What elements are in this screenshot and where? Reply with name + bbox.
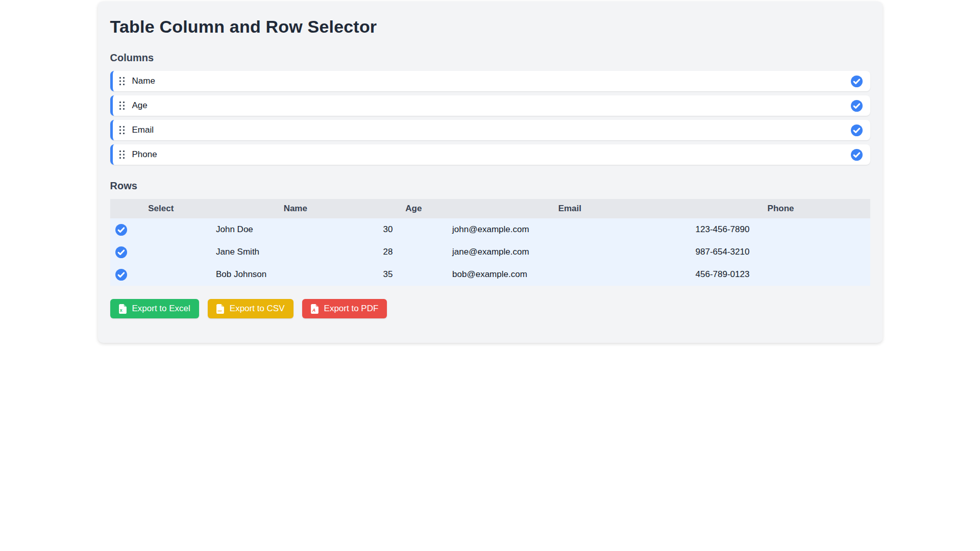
svg-text:csv: csv: [217, 310, 222, 312]
page-title: Table Column and Row Selector: [110, 17, 870, 37]
column-header-age: Age: [379, 199, 448, 218]
cell-phone: 987-654-3210: [692, 241, 870, 263]
column-list: Name Age Email: [110, 71, 870, 165]
column-item-label: Phone: [132, 149, 157, 160]
cell-age: 35: [379, 263, 448, 286]
table-header-row: Select Name Age Email Phone: [110, 199, 870, 218]
row-selected-icon[interactable]: [115, 269, 127, 281]
pdf-file-icon: A: [311, 304, 318, 314]
cell-phone: 456-789-0123: [692, 263, 870, 286]
column-item-label: Email: [132, 125, 154, 135]
cell-email: bob@example.com: [448, 263, 691, 286]
column-item-email[interactable]: Email: [110, 120, 870, 140]
table-row[interactable]: John Doe 30 john@example.com 123-456-789…: [110, 218, 870, 241]
export-pdf-button[interactable]: A Export to PDF: [302, 299, 387, 318]
check-circle-icon[interactable]: [851, 124, 863, 136]
cell-email: john@example.com: [448, 218, 691, 241]
rows-table: Select Name Age Email Phone John Doe 30 …: [110, 199, 870, 286]
table-row[interactable]: Jane Smith 28 jane@example.com 987-654-3…: [110, 241, 870, 263]
column-item-name[interactable]: Name: [110, 71, 870, 91]
export-actions: x Export to Excel csv Export to CSV A: [110, 299, 870, 318]
export-pdf-label: Export to PDF: [324, 304, 379, 314]
drag-handle-icon[interactable]: [119, 151, 125, 159]
drag-handle-icon[interactable]: [119, 77, 125, 85]
row-selected-icon[interactable]: [115, 246, 127, 258]
column-item-label: Age: [132, 101, 148, 111]
check-circle-icon[interactable]: [851, 76, 863, 87]
cell-name: John Doe: [212, 218, 379, 241]
cell-name: Jane Smith: [212, 241, 379, 263]
cell-age: 30: [379, 218, 448, 241]
svg-text:A: A: [311, 308, 315, 313]
row-select-cell: [110, 263, 212, 286]
column-header-email: Email: [448, 199, 691, 218]
row-select-cell: [110, 218, 212, 241]
svg-text:x: x: [119, 308, 122, 313]
drag-handle-icon[interactable]: [119, 102, 125, 110]
table-selector-card: Table Column and Row Selector Columns Na…: [98, 2, 883, 343]
row-selected-icon[interactable]: [115, 224, 127, 236]
column-header-select: Select: [110, 199, 212, 218]
check-circle-icon[interactable]: [851, 100, 863, 112]
export-csv-button[interactable]: csv Export to CSV: [208, 299, 293, 318]
column-header-name: Name: [212, 199, 379, 218]
export-excel-button[interactable]: x Export to Excel: [110, 299, 199, 318]
excel-file-icon: x: [119, 304, 127, 314]
export-csv-label: Export to CSV: [230, 304, 285, 314]
drag-handle-icon[interactable]: [119, 126, 125, 134]
cell-name: Bob Johnson: [212, 263, 379, 286]
cell-email: jane@example.com: [448, 241, 691, 263]
csv-file-icon: csv: [216, 304, 224, 314]
column-header-phone: Phone: [692, 199, 870, 218]
check-circle-icon[interactable]: [851, 149, 863, 161]
column-item-label: Name: [132, 76, 155, 86]
export-excel-label: Export to Excel: [132, 304, 190, 314]
cell-age: 28: [379, 241, 448, 263]
table-row[interactable]: Bob Johnson 35 bob@example.com 456-789-0…: [110, 263, 870, 286]
column-item-age[interactable]: Age: [110, 95, 870, 116]
cell-phone: 123-456-7890: [692, 218, 870, 241]
rows-section-heading: Rows: [110, 180, 870, 192]
column-item-phone[interactable]: Phone: [110, 144, 870, 165]
row-select-cell: [110, 241, 212, 263]
columns-section-heading: Columns: [110, 52, 870, 64]
